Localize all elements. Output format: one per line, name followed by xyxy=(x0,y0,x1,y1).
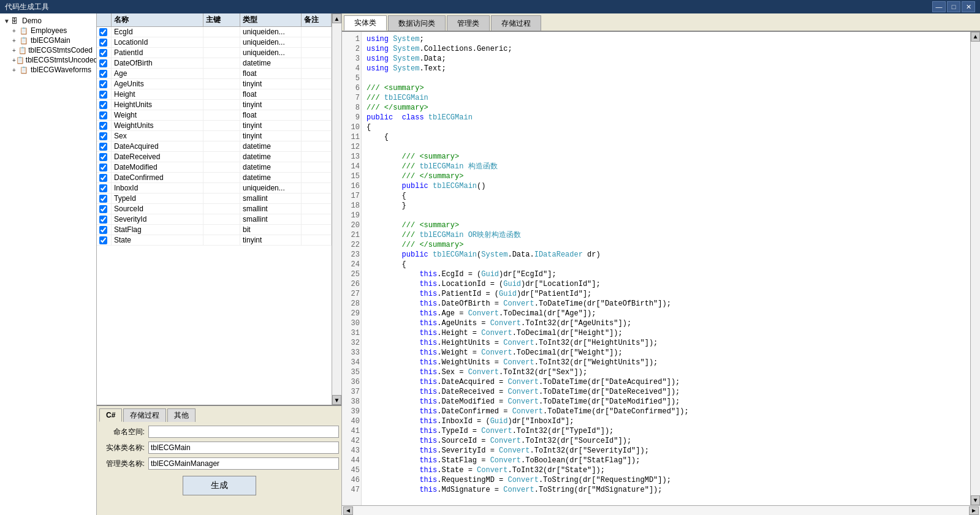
row-checkbox[interactable] xyxy=(99,39,107,47)
cell-type: smallint xyxy=(240,194,302,203)
row-checkbox[interactable] xyxy=(99,122,107,130)
code-content[interactable]: using System;using System.Collections.Ge… xyxy=(362,32,970,505)
row-checkbox[interactable] xyxy=(99,236,107,244)
code-scroll-up[interactable]: ▲ xyxy=(971,32,980,42)
table-row: TypeId smallint xyxy=(97,194,332,204)
tree-item[interactable]: + 📋 tblECGStmtsCoded xyxy=(2,45,94,55)
scroll-down[interactable]: ▼ xyxy=(332,395,341,405)
row-checkbox[interactable] xyxy=(99,174,107,182)
tree-toggle[interactable]: + xyxy=(12,37,20,44)
cell-check[interactable] xyxy=(97,48,112,58)
cell-check[interactable] xyxy=(97,235,112,245)
row-checkbox[interactable] xyxy=(99,80,107,88)
cell-check[interactable] xyxy=(97,214,112,224)
row-checkbox[interactable] xyxy=(99,101,107,109)
minimize-button[interactable]: — xyxy=(932,1,946,12)
cell-check[interactable] xyxy=(97,131,112,141)
row-checkbox[interactable] xyxy=(99,184,107,192)
config-tab-sp[interactable]: 存储过程 xyxy=(123,408,166,422)
tree-toggle[interactable]: ▼ xyxy=(4,18,11,24)
tree-item[interactable]: + 📋 tblECGStmtsUncoded xyxy=(2,55,94,65)
line-number: 21 xyxy=(343,230,360,240)
editor-tab-dao[interactable]: 数据访问类 xyxy=(388,15,446,31)
row-checkbox[interactable] xyxy=(99,70,107,78)
row-checkbox[interactable] xyxy=(99,143,107,151)
cell-check[interactable] xyxy=(97,100,112,110)
editor-tab-entity[interactable]: 实体类 xyxy=(344,15,387,31)
row-checkbox[interactable] xyxy=(99,226,107,234)
cell-check[interactable] xyxy=(97,162,112,172)
row-checkbox[interactable] xyxy=(99,49,107,57)
code-scrollbar[interactable]: ▲ ▼ xyxy=(970,32,980,505)
cell-check[interactable] xyxy=(97,110,112,120)
row-checkbox[interactable] xyxy=(99,216,107,224)
table-row: DateConfirmed datetime xyxy=(97,173,332,183)
cell-check[interactable] xyxy=(97,27,112,37)
namespace-input[interactable] xyxy=(148,426,339,438)
line-number: 19 xyxy=(343,211,360,220)
bottom-scrollbar[interactable]: ◄ ► xyxy=(342,505,980,515)
row-checkbox[interactable] xyxy=(99,91,107,99)
tree-item[interactable]: ▼ 🗄 Demo xyxy=(2,16,94,26)
tree-item[interactable]: + 📋 Employees xyxy=(2,26,94,36)
editor-tab-storedproc[interactable]: 存储过程 xyxy=(491,15,541,31)
cell-type: uniqueiden... xyxy=(240,37,302,47)
code-line: this.SourceId = Convert.ToInt32(dr["Sour… xyxy=(367,436,965,446)
line-number: 31 xyxy=(343,328,360,338)
cell-pk xyxy=(203,173,240,182)
cell-check[interactable] xyxy=(97,204,112,214)
cell-check[interactable] xyxy=(97,194,112,203)
row-checkbox[interactable] xyxy=(99,111,107,119)
maximize-button[interactable]: □ xyxy=(947,1,960,12)
cell-check[interactable] xyxy=(97,121,112,130)
generate-button[interactable]: 生成 xyxy=(183,476,256,495)
code-line: this.InboxId = (Guid)dr["InboxId"]; xyxy=(367,416,965,426)
cell-check[interactable] xyxy=(97,152,112,162)
row-checkbox[interactable] xyxy=(99,164,107,171)
cell-check[interactable] xyxy=(97,225,112,235)
tree-item[interactable]: + 📋 tblECGMain xyxy=(2,36,94,45)
table-scrollbar[interactable]: ▲ ▼ xyxy=(332,13,341,405)
row-checkbox[interactable] xyxy=(99,195,107,203)
manager-class-label: 管理类名称: xyxy=(99,459,148,469)
code-scroll-down[interactable]: ▼ xyxy=(971,495,980,505)
scroll-right[interactable]: ► xyxy=(969,506,979,515)
config-tab-other[interactable]: 其他 xyxy=(167,408,196,422)
line-number: 46 xyxy=(343,475,360,485)
row-checkbox[interactable] xyxy=(99,59,107,67)
cell-pk xyxy=(203,100,240,110)
code-line: this.EcgId = (Guid)dr["EcgId"]; xyxy=(367,269,965,279)
cell-check[interactable] xyxy=(97,58,112,68)
scroll-up[interactable]: ▲ xyxy=(332,13,341,23)
tree-toggle[interactable]: + xyxy=(12,28,20,34)
cell-check[interactable] xyxy=(97,69,112,78)
row-checkbox[interactable] xyxy=(99,132,107,140)
namespace-label: 命名空间: xyxy=(99,427,148,437)
cell-name: Height xyxy=(112,89,203,99)
tree-item[interactable]: + 📋 tblECGWaveforms xyxy=(2,65,94,75)
cell-check[interactable] xyxy=(97,37,112,47)
line-number: 9 xyxy=(343,113,360,122)
line-number: 6 xyxy=(343,83,360,93)
cell-check[interactable] xyxy=(97,141,112,151)
cell-check[interactable] xyxy=(97,79,112,89)
cell-check[interactable] xyxy=(97,183,112,193)
config-tab-cs[interactable]: C# xyxy=(99,408,122,422)
cell-remark xyxy=(302,204,332,214)
cell-check[interactable] xyxy=(97,89,112,99)
manager-class-input[interactable] xyxy=(148,457,339,470)
code-line: this.Height = Convert.ToDecimal(dr["Heig… xyxy=(367,328,965,338)
close-button[interactable]: ✕ xyxy=(962,1,975,12)
code-line: this.DateModified = Convert.ToDateTime(d… xyxy=(367,397,965,407)
scroll-left[interactable]: ◄ xyxy=(343,506,353,515)
code-line: this.TypeId = Convert.ToInt32(dr["TypeId… xyxy=(367,426,965,436)
tree-toggle[interactable]: + xyxy=(12,67,20,73)
row-checkbox[interactable] xyxy=(99,28,107,36)
editor-tab-manager[interactable]: 管理类 xyxy=(447,15,490,31)
row-checkbox[interactable] xyxy=(99,153,107,161)
row-checkbox[interactable] xyxy=(99,205,107,213)
tree-toggle[interactable]: + xyxy=(12,47,18,54)
cell-check[interactable] xyxy=(97,173,112,182)
cell-type: smallint xyxy=(240,214,302,224)
entity-class-input[interactable] xyxy=(148,442,339,454)
